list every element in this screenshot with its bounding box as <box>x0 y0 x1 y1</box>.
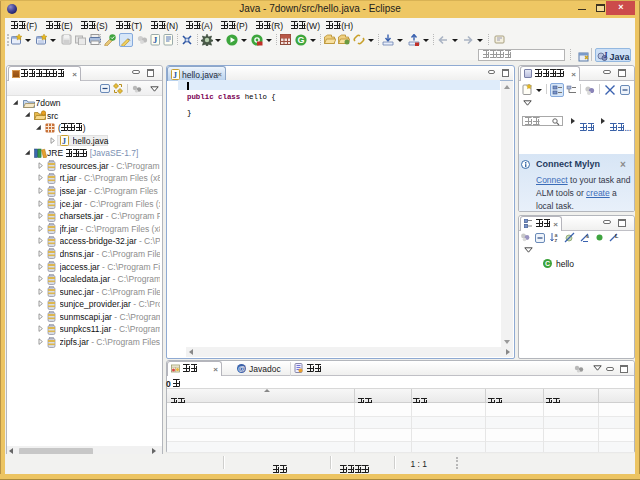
svg-text:G: G <box>298 35 305 45</box>
svg-text:L: L <box>615 233 619 239</box>
svg-text:J: J <box>603 51 607 60</box>
svg-text:z: z <box>555 237 558 243</box>
svg-text:J: J <box>173 70 177 79</box>
svg-text:s: s <box>586 233 589 239</box>
svg-text:J: J <box>62 137 66 146</box>
